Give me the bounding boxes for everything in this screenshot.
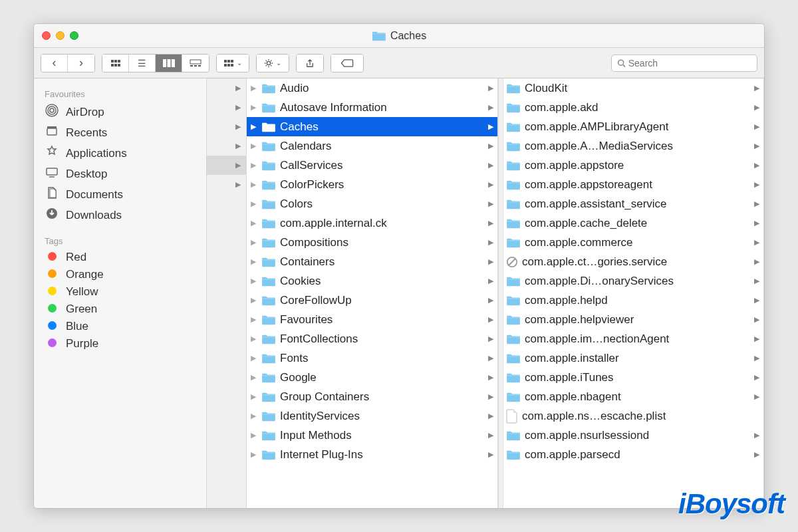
folder-row[interactable]: ▶Audio▶ <box>247 78 497 98</box>
view-list-button[interactable]: ☰ <box>129 55 156 72</box>
folder-row[interactable]: com.apple.ct…gories.service▶ <box>503 252 763 271</box>
folder-row[interactable]: ▶Colors▶ <box>247 194 497 213</box>
folder-row[interactable]: ▶Calendars▶ <box>247 136 497 156</box>
column0-row[interactable]: ▶ <box>207 136 246 156</box>
folder-row[interactable]: com.apple.commerce▶ <box>503 233 763 252</box>
folder-row[interactable]: ▶FontCollections▶ <box>247 329 497 348</box>
item-label: com.apple.AMPLibraryAgent <box>525 120 668 134</box>
sidebar-item-airdrop[interactable]: AirDrop <box>34 102 206 122</box>
sidebar-item-desktop[interactable]: Desktop <box>34 164 206 184</box>
folder-row[interactable]: CloudKit▶ <box>503 78 763 98</box>
sidebar-tag-yellow[interactable]: Yellow <box>34 283 206 301</box>
folder-row[interactable]: com.apple.appstore▶ <box>503 156 763 175</box>
back-button[interactable]: ‹ <box>41 55 68 72</box>
folder-row[interactable]: com.apple.akd▶ <box>503 98 763 117</box>
folder-row[interactable]: com.apple.A…MediaServices▶ <box>503 136 763 156</box>
folder-row[interactable]: ▶Group Containers▶ <box>247 387 497 406</box>
folder-row[interactable]: ▶Cookies▶ <box>247 271 497 291</box>
chevron-left-icon: ▶ <box>249 450 257 459</box>
folder-row[interactable]: com.apple.assistant_service▶ <box>503 194 763 213</box>
svg-rect-11 <box>163 59 166 67</box>
folder-row[interactable]: ▶CallServices▶ <box>247 156 497 175</box>
sidebar-item-docs[interactable]: Documents <box>34 184 206 205</box>
folder-row[interactable]: ▶Fonts▶ <box>247 348 497 368</box>
view-icon-button[interactable] <box>102 55 129 72</box>
folder-row[interactable]: com.apple.nbagent▶ <box>503 387 763 406</box>
folder-row[interactable]: com.apple.im…nectionAgent▶ <box>503 329 763 348</box>
folder-row[interactable]: com.apple.helpviewer▶ <box>503 310 763 329</box>
folder-row[interactable]: com.apple.ns…escache.plist <box>503 406 763 426</box>
action-button[interactable]: ⌄ <box>257 55 289 72</box>
folder-row[interactable]: ▶com.apple.internal.ck▶ <box>247 213 497 233</box>
close-icon[interactable] <box>42 31 51 40</box>
folder-row[interactable]: com.apple.cache_delete▶ <box>503 213 763 233</box>
folder-row[interactable]: ▶ColorPickers▶ <box>247 175 497 194</box>
folder-row[interactable]: ▶Internet Plug-Ins▶ <box>247 445 497 464</box>
sidebar-tag-purple[interactable]: Purple <box>34 335 206 352</box>
chevron-right-icon: ▶ <box>488 161 493 170</box>
folder-icon <box>506 160 521 172</box>
folder-icon <box>506 217 521 229</box>
sidebar-tag-red[interactable]: Red <box>34 249 206 266</box>
view-column-button[interactable] <box>156 55 182 72</box>
folder-row[interactable]: ▶Caches▶ <box>247 117 497 136</box>
minimize-icon[interactable] <box>56 31 65 40</box>
chevron-right-icon: ▶ <box>754 219 759 227</box>
column0-row[interactable]: ▶ <box>207 117 246 136</box>
chevron-right-icon: ▶ <box>488 84 493 92</box>
sidebar-item-label: AirDrop <box>66 106 104 119</box>
sidebar-item-label: Applications <box>66 147 127 160</box>
arrange-button[interactable]: ⌄ <box>217 55 249 72</box>
sidebar-tag-orange[interactable]: Orange <box>34 266 206 283</box>
folder-row[interactable]: com.apple.helpd▶ <box>503 291 763 310</box>
folder-icon <box>261 160 276 172</box>
column-0[interactable]: ▶▶▶▶▶▶ <box>207 78 247 508</box>
folder-row[interactable]: com.apple.Di…onaryServices▶ <box>503 271 763 291</box>
folder-row[interactable]: ▶Compositions▶ <box>247 233 497 252</box>
folder-row[interactable]: ▶Containers▶ <box>247 252 497 271</box>
item-label: CloudKit <box>525 82 567 95</box>
chevron-right-icon: ▶ <box>488 122 493 131</box>
zoom-icon[interactable] <box>70 31 78 40</box>
folder-row[interactable]: ▶IdentityServices▶ <box>247 406 497 426</box>
folder-icon <box>261 179 276 191</box>
folder-row[interactable]: com.apple.parsecd▶ <box>503 445 763 464</box>
sidebar-tag-green[interactable]: Green <box>34 301 206 318</box>
item-label: com.apple.parsecd <box>525 448 620 462</box>
folder-row[interactable]: com.apple.iTunes▶ <box>503 368 763 387</box>
folder-row[interactable]: com.apple.nsurlsessiond▶ <box>503 426 763 445</box>
titlebar: Caches <box>34 24 764 48</box>
folder-icon <box>261 237 276 249</box>
share-button[interactable] <box>297 55 323 72</box>
view-gallery-button[interactable] <box>182 55 209 72</box>
column0-row[interactable]: ▶ <box>207 175 246 194</box>
search-input[interactable] <box>628 58 751 68</box>
sidebar-item-apps[interactable]: Applications <box>34 143 206 164</box>
folder-row[interactable]: com.apple.appstoreagent▶ <box>503 175 763 194</box>
column-2[interactable]: CloudKit▶com.apple.akd▶com.apple.AMPLibr… <box>503 78 764 508</box>
chevron-right-icon: ▶ <box>754 161 759 170</box>
folder-row[interactable]: ▶Input Methods▶ <box>247 426 497 445</box>
sidebar-item-downloads[interactable]: Downloads <box>34 205 206 225</box>
folder-row[interactable]: ▶CoreFollowUp▶ <box>247 291 497 310</box>
item-label: com.apple.installer <box>525 352 619 365</box>
search-field[interactable] <box>611 55 757 72</box>
column0-row[interactable]: ▶ <box>207 78 246 98</box>
column0-row[interactable]: ▶ <box>207 98 246 117</box>
column-1[interactable]: ▶Audio▶▶Autosave Information▶▶Caches▶▶Ca… <box>247 78 498 508</box>
chevron-right-icon: ▶ <box>754 450 759 459</box>
chevron-right-icon: ▶ <box>488 257 493 266</box>
tag-button[interactable] <box>331 55 363 72</box>
forward-button[interactable]: › <box>68 55 94 72</box>
sidebar-tag-blue[interactable]: Blue <box>34 318 206 335</box>
chevron-left-icon: ▶ <box>249 122 257 131</box>
chevron-right-icon: ▶ <box>754 354 759 362</box>
folder-row[interactable]: ▶Google▶ <box>247 368 497 387</box>
column-divider[interactable] <box>498 78 503 508</box>
folder-row[interactable]: ▶Favourites▶ <box>247 310 497 329</box>
folder-row[interactable]: ▶Autosave Information▶ <box>247 98 497 117</box>
sidebar-item-recents[interactable]: Recents <box>34 122 206 143</box>
column0-row[interactable]: ▶ <box>207 156 246 175</box>
folder-row[interactable]: com.apple.AMPLibraryAgent▶ <box>503 117 763 136</box>
folder-row[interactable]: com.apple.installer▶ <box>503 348 763 368</box>
